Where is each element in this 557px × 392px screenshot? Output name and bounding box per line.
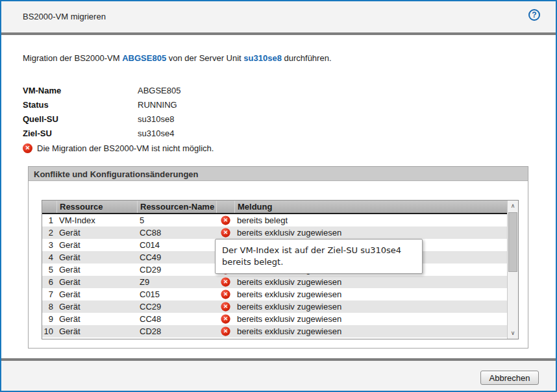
intro-vm-name: ABGSE805 bbox=[122, 53, 166, 63]
resource-name-cell: Z9 bbox=[137, 277, 216, 287]
detail-value: ABGSE805 bbox=[138, 86, 181, 95]
table-row[interactable]: 6 Gerät Z9 ✕ bereits exklusiv zugewiesen bbox=[42, 276, 507, 288]
detail-label: Quell-SU bbox=[23, 114, 138, 124]
resource-cell: Gerät bbox=[56, 228, 137, 238]
intro-text: Migration der BS2000-VM ABGSE805 von der… bbox=[23, 53, 332, 63]
row-number-cell: 3 bbox=[42, 240, 56, 250]
resource-cell: VM-Index bbox=[56, 215, 137, 225]
intro-middle: von der Server Unit bbox=[166, 53, 243, 63]
resource-cell: Gerät bbox=[56, 240, 137, 250]
detail-row-vm-name: VM-Name ABGSE805 bbox=[23, 83, 181, 97]
intro-prefix: Migration der BS2000-VM bbox=[23, 53, 122, 63]
resource-name-cell: CD29 bbox=[137, 265, 216, 275]
table-row[interactable]: 1 VM-Index 5 ✕ bereits belegt bbox=[42, 214, 507, 227]
table-row[interactable]: 8 Gerät CC29 ✕ bereits exklusiv zugewies… bbox=[42, 300, 507, 313]
help-icon[interactable]: ? bbox=[528, 9, 540, 21]
message-cell: bereits exklusiv zugewiesen bbox=[234, 302, 507, 312]
intro-server-unit: su310se8 bbox=[243, 53, 282, 63]
message-cell: bereits exklusiv zugewiesen bbox=[234, 326, 507, 336]
message-cell: bereits exklusiv zugewiesen bbox=[234, 314, 507, 324]
row-number-cell: 7 bbox=[42, 289, 56, 299]
message-cell: bereits exklusiv zugewiesen bbox=[234, 277, 507, 287]
error-icon: ✕ bbox=[221, 326, 230, 336]
row-number-cell: 4 bbox=[42, 252, 56, 262]
resource-name-cell: C015 bbox=[137, 289, 216, 299]
row-number-cell: 9 bbox=[42, 314, 56, 324]
message-cell: bereits belegt bbox=[234, 215, 507, 225]
resource-name-cell: C014 bbox=[137, 240, 216, 250]
detail-row-source-su: Quell-SU su310se8 bbox=[23, 112, 181, 126]
dialog-header: BS2000-VM migrieren ? bbox=[1, 1, 556, 32]
table-scrollbar[interactable]: ∧ ∨ bbox=[507, 201, 518, 339]
resource-cell: Gerät bbox=[56, 265, 137, 275]
detail-value: su310se4 bbox=[138, 129, 174, 138]
resource-cell: Gerät bbox=[56, 314, 137, 324]
dialog-footer: Abbrechen bbox=[1, 361, 556, 391]
resource-cell: Gerät bbox=[56, 289, 137, 299]
detail-label: Ziel-SU bbox=[23, 129, 138, 138]
table-row[interactable]: 2 Gerät CC88 ✕ bereits exklusiv zugewies… bbox=[42, 227, 507, 239]
detail-row-status: Status RUNNING bbox=[23, 97, 181, 112]
resource-cell: Gerät bbox=[56, 302, 137, 312]
detail-row-target-su: Ziel-SU su310se4 bbox=[23, 126, 181, 140]
row-number-cell: 8 bbox=[42, 302, 56, 312]
column-header-resource-name: Ressourcen-Name bbox=[137, 201, 216, 213]
header-divider bbox=[1, 32, 556, 35]
error-message: Die Migration der BS2000-VM ist nicht mö… bbox=[37, 143, 214, 153]
table-header-row: Ressource Ressourcen-Name Meldung bbox=[42, 201, 507, 214]
message-cell: bereits exklusiv zugewiesen bbox=[234, 228, 507, 238]
message-cell: bereits exklusiv zugewiesen bbox=[234, 289, 507, 299]
table-row[interactable]: 9 Gerät CC48 ✕ bereits exklusiv zugewies… bbox=[42, 313, 507, 325]
detail-label: Status bbox=[23, 100, 138, 110]
error-icon: ✕ bbox=[221, 289, 230, 299]
detail-value: su310se8 bbox=[138, 114, 174, 124]
intro-suffix: durchführen. bbox=[282, 53, 332, 63]
resource-name-cell: CC48 bbox=[137, 314, 216, 324]
resource-name-cell: 5 bbox=[137, 215, 216, 225]
resource-cell: Gerät bbox=[56, 277, 137, 287]
panel-title: Konflikte und Konfigurationsänderungen bbox=[29, 167, 528, 181]
column-header-message: Meldung bbox=[234, 201, 507, 213]
resource-cell: Gerät bbox=[56, 326, 137, 336]
tooltip: Der VM-Index ist auf der Ziel-SU su310se… bbox=[215, 239, 423, 274]
resource-name-cell: CD28 bbox=[137, 326, 216, 336]
row-number-cell: 10 bbox=[42, 326, 56, 336]
dialog-title: BS2000-VM migrieren bbox=[23, 12, 106, 21]
error-icon: ✕ bbox=[221, 277, 230, 286]
scroll-down-icon[interactable]: ∨ bbox=[508, 328, 518, 339]
table-row[interactable]: 10 Gerät CD28 ✕ bereits exklusiv zugewie… bbox=[42, 325, 507, 337]
row-number-cell: 1 bbox=[42, 215, 56, 225]
error-icon: ✕ bbox=[221, 228, 230, 237]
column-header-icon bbox=[216, 201, 234, 213]
resource-cell: Gerät bbox=[56, 252, 137, 262]
scrollbar-thumb[interactable] bbox=[508, 212, 517, 272]
detail-label: VM-Name bbox=[23, 86, 138, 95]
resource-name-cell: CC29 bbox=[137, 302, 216, 312]
detail-value: RUNNING bbox=[138, 100, 177, 110]
error-icon: ✕ bbox=[221, 302, 230, 311]
scroll-up-icon[interactable]: ∧ bbox=[508, 201, 518, 212]
resource-name-cell: CC49 bbox=[137, 252, 216, 262]
resource-name-cell: CC88 bbox=[137, 228, 216, 238]
column-header-resource: Ressource bbox=[56, 201, 137, 213]
row-number-cell: 5 bbox=[42, 265, 56, 275]
column-header-number bbox=[42, 201, 56, 213]
cancel-button[interactable]: Abbrechen bbox=[480, 371, 539, 385]
migration-error-line: ✕ Die Migration der BS2000-VM ist nicht … bbox=[23, 143, 214, 153]
row-number-cell: 6 bbox=[42, 277, 56, 287]
error-icon: ✕ bbox=[221, 314, 230, 323]
row-number-cell: 2 bbox=[42, 228, 56, 238]
vm-details: VM-Name ABGSE805 Status RUNNING Quell-SU… bbox=[23, 83, 181, 140]
error-icon: ✕ bbox=[23, 143, 32, 153]
error-icon: ✕ bbox=[221, 215, 230, 225]
migrate-vm-dialog: BS2000-VM migrieren ? Migration der BS20… bbox=[0, 0, 557, 392]
table-row[interactable]: 7 Gerät C015 ✕ bereits exklusiv zugewies… bbox=[42, 288, 507, 300]
